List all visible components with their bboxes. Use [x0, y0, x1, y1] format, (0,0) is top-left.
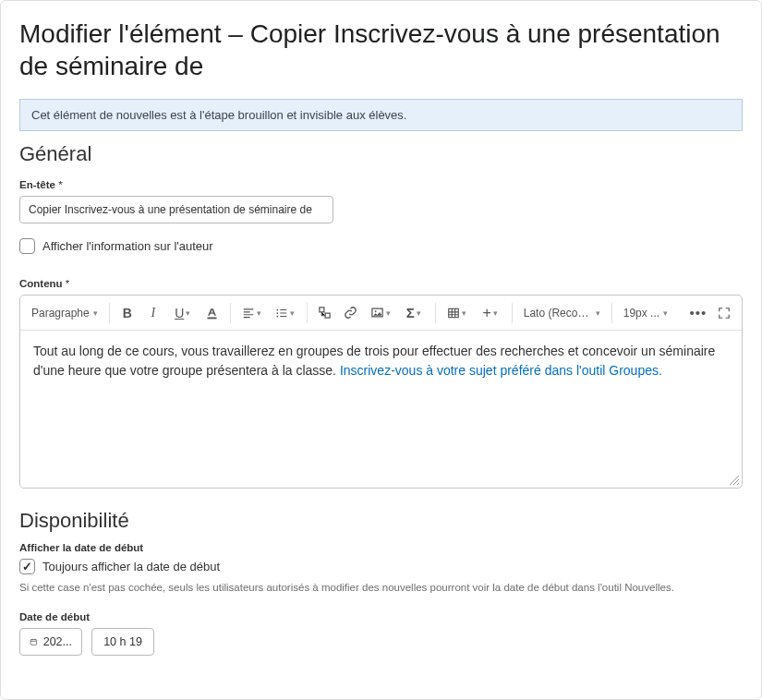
always-show-start-help: Si cette case n'est pas cochée, seuls le…	[19, 580, 743, 595]
svg-point-1	[277, 308, 279, 310]
svg-rect-8	[449, 308, 459, 317]
start-date-picker[interactable]: 202...	[19, 628, 82, 656]
text-color-button[interactable]	[200, 301, 224, 325]
fullscreen-button[interactable]	[712, 301, 736, 325]
bold-button[interactable]: B	[115, 301, 139, 325]
start-date-row: 202... 10 h 19	[19, 628, 743, 656]
italic-button[interactable]: I	[141, 301, 165, 325]
equation-button[interactable]: Σ ▾	[398, 301, 429, 325]
align-icon	[242, 307, 255, 320]
start-date-label: Date de début	[19, 611, 743, 622]
always-show-start-checkbox[interactable]	[19, 559, 35, 574]
bold-icon: B	[123, 306, 132, 320]
calendar-icon	[30, 635, 38, 648]
link-icon	[344, 306, 357, 320]
always-show-start-label: Toujours afficher la date de début	[42, 560, 220, 573]
chevron-down-icon: ▾	[596, 308, 600, 318]
start-date-value: 202...	[43, 635, 72, 648]
plus-button[interactable]: + ▾	[475, 301, 506, 325]
svg-rect-9	[30, 640, 37, 646]
chevron-down-icon: ▾	[93, 308, 98, 318]
chevron-down-icon: ▾	[462, 308, 466, 318]
insert-image-button[interactable]: ▾	[365, 301, 396, 325]
chevron-down-icon: ▾	[186, 308, 190, 318]
underline-button[interactable]: U▾	[167, 301, 199, 325]
paragraph-dropdown[interactable]: Paragraphe ▾	[26, 303, 103, 323]
table-icon	[447, 307, 460, 320]
svg-point-3	[277, 315, 279, 317]
align-button[interactable]: ▾	[236, 301, 268, 325]
chevron-down-icon: ▾	[257, 308, 261, 318]
start-time-picker[interactable]: 10 h 19	[91, 628, 154, 656]
page-container: Modifier l'élément – Copier Inscrivez-vo…	[0, 0, 762, 700]
show-author-label: Afficher l'information sur l'auteur	[42, 239, 213, 253]
chevron-down-icon: ▾	[417, 308, 421, 318]
section-general-heading: Général	[19, 142, 743, 166]
editor-body-link[interactable]: Inscrivez-vous à votre sujet préféré dan…	[340, 363, 662, 378]
chevron-down-icon: ▾	[663, 308, 668, 318]
underline-icon: U	[175, 306, 184, 320]
list-button[interactable]: ▾	[270, 301, 301, 325]
ellipsis-icon: •••	[690, 305, 708, 320]
svg-point-2	[277, 312, 279, 314]
font-family-dropdown[interactable]: Lato (Recom... ▾	[518, 303, 606, 323]
insert-stuff-icon	[318, 306, 332, 320]
font-size-dropdown[interactable]: 19px ... ▾	[618, 303, 673, 323]
show-author-row: Afficher l'information sur l'auteur	[19, 238, 743, 254]
insert-link-button[interactable]	[339, 301, 363, 325]
draft-info-banner: Cet élément de nouvelles est à l'étape b…	[19, 99, 743, 131]
always-show-start-row: Toujours afficher la date de début	[19, 559, 743, 574]
show-start-date-label: Afficher la date de début	[19, 542, 743, 553]
text-color-icon	[205, 306, 219, 320]
chevron-down-icon: ▾	[493, 308, 498, 318]
fullscreen-icon	[718, 307, 731, 320]
italic-icon: I	[151, 306, 155, 320]
start-time-value: 10 h 19	[103, 635, 142, 648]
page-title: Modifier l'élément – Copier Inscrivez-vo…	[19, 18, 743, 82]
svg-rect-0	[208, 318, 217, 320]
svg-rect-5	[325, 313, 330, 318]
show-author-checkbox[interactable]	[19, 238, 35, 254]
plus-icon: +	[483, 305, 491, 321]
table-button[interactable]: ▾	[441, 301, 473, 325]
svg-rect-4	[320, 308, 324, 312]
insert-stuff-button[interactable]	[313, 301, 337, 325]
editor-toolbar: Paragraphe ▾ B I U▾ ▾ ▾	[20, 296, 742, 331]
editor-content-area[interactable]: Tout au long de ce cours, vous travaille…	[20, 331, 742, 488]
sigma-icon: Σ	[406, 305, 415, 320]
headline-label: En-tête	[19, 179, 743, 190]
chevron-down-icon: ▾	[290, 308, 295, 318]
content-label: Contenu	[19, 278, 743, 289]
section-availability-heading: Disponibilité	[19, 509, 743, 533]
svg-point-7	[374, 310, 376, 312]
image-icon	[370, 306, 384, 320]
rich-text-editor: Paragraphe ▾ B I U▾ ▾ ▾	[19, 295, 743, 489]
resize-handle[interactable]	[728, 474, 739, 485]
list-icon	[275, 307, 288, 320]
more-actions-button[interactable]: •••	[686, 301, 710, 325]
headline-input[interactable]	[19, 196, 333, 223]
chevron-down-icon: ▾	[386, 308, 391, 318]
